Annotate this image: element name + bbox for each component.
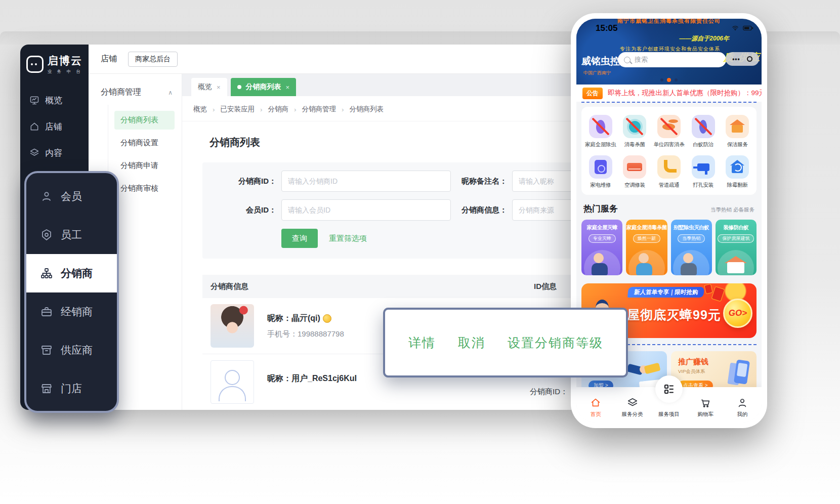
- sidebar-item-label: 员工: [61, 228, 82, 242]
- service-label: 保洁服务: [727, 141, 748, 148]
- service-item[interactable]: 消毒杀菌: [618, 115, 652, 148]
- backstage-button[interactable]: 商家总后台: [128, 52, 178, 67]
- house-illustration: [716, 249, 757, 275]
- tab-distributor-list[interactable]: 分销商列表 ×: [231, 78, 297, 96]
- service-item[interactable]: 单位四害消杀: [652, 115, 686, 148]
- service-item[interactable]: 家庭全屋除虫: [583, 115, 618, 148]
- sidebar-item-label: 店铺: [45, 121, 62, 133]
- since-text: ——源自于2006年: [679, 34, 729, 43]
- sidebar-item-label: 分销商: [61, 266, 93, 280]
- hot-card-termite[interactable]: 装修防白蚁保护房屋建筑: [716, 220, 757, 275]
- sidebar-item-overview[interactable]: 概览: [20, 87, 89, 113]
- drill-icon: [692, 155, 715, 179]
- center-tab-circle[interactable]: [655, 375, 683, 403]
- brand-logo: 启博云 业 务 中 台: [20, 45, 89, 76]
- breadcrumb-item[interactable]: 已安装应用: [221, 105, 255, 114]
- tab-service-category[interactable]: 服务分类: [616, 390, 649, 418]
- tab-overview[interactable]: 概览 ×: [191, 78, 227, 96]
- active-dot-icon: [237, 85, 241, 89]
- sidebar-item-members[interactable]: 会员: [26, 177, 117, 216]
- member-id-input[interactable]: [281, 199, 451, 221]
- wifi-icon: [731, 24, 739, 31]
- service-item[interactable]: 白蚁防治: [686, 115, 721, 148]
- table-header: 分销商信息 ID信息: [202, 275, 573, 298]
- reset-filters-link[interactable]: 重置筛选项: [329, 234, 367, 243]
- hot-card-villa[interactable]: 别墅除虫灭白蚁当季热销: [671, 220, 712, 275]
- service-item[interactable]: 空调修装: [618, 155, 652, 189]
- breadcrumb-item[interactable]: 分销商列表: [350, 105, 384, 114]
- tab-home[interactable]: 首页: [579, 390, 612, 418]
- capsule-circle-icon[interactable]: [747, 56, 752, 62]
- close-icon[interactable]: ×: [286, 83, 290, 91]
- breadcrumb-item[interactable]: 分销商: [268, 105, 289, 114]
- sidebar-item-label: 内容: [45, 147, 62, 159]
- person-icon: [40, 190, 53, 202]
- collapse-caret-icon[interactable]: ∧: [168, 89, 173, 96]
- service-item[interactable]: 打孔安装: [686, 155, 721, 189]
- service-label: 单位四害消杀: [653, 141, 684, 148]
- announcement-bar[interactable]: 公告 即将上线，现推出新人首单优惠（限时抢购）：99元: [576, 85, 762, 102]
- sitemap-icon: [40, 267, 53, 279]
- red-packet-icon: [711, 286, 725, 302]
- sidebar-item-staff[interactable]: 员工: [26, 216, 117, 254]
- location-text: 中国广西南宁: [583, 70, 611, 76]
- worker-illustration: [671, 249, 712, 275]
- sidebar-item-store[interactable]: 门店: [26, 369, 117, 408]
- breadcrumb-item[interactable]: 分销商管理: [302, 105, 337, 114]
- home-icon: [590, 397, 601, 408]
- status-icons: [731, 24, 753, 31]
- sidebar-item-label: 门店: [61, 382, 82, 396]
- sidebar-item-dealer[interactable]: 经销商: [26, 292, 117, 331]
- sidebar-item-label: 供应商: [61, 343, 93, 357]
- sidebar-item-supplier[interactable]: 供应商: [26, 331, 117, 369]
- hot-card-roach[interactable]: 家庭全屋灭蟑专业灭蟑: [581, 220, 622, 275]
- go-button[interactable]: GO>: [723, 299, 752, 328]
- worker-illustration: [626, 249, 667, 275]
- search-button[interactable]: 查询: [281, 229, 318, 248]
- tab-mine[interactable]: 我的: [726, 390, 759, 418]
- search-bar[interactable]: 搜索: [618, 52, 726, 67]
- hot-card-disinfect[interactable]: 家庭全屋消毒杀菌焕然一新: [626, 220, 667, 275]
- store-label: 店铺: [101, 54, 117, 64]
- detail-link[interactable]: 详情: [408, 334, 436, 351]
- close-icon[interactable]: ×: [217, 83, 221, 91]
- miniprogram-capsule[interactable]: •••: [726, 52, 759, 66]
- sidebar-item-label: 经销商: [61, 305, 93, 319]
- tab-label: 我的: [737, 411, 747, 418]
- card-badge: 焕然一新: [633, 234, 660, 243]
- member-id-label: 会员ID：: [233, 205, 276, 215]
- member-panel-highlight: 会员 员工 分销商 经销商 供应商 门店: [24, 171, 119, 413]
- search-icon: [624, 57, 631, 63]
- submenu-item-distributor-review[interactable]: 分销商审核: [114, 179, 175, 198]
- service-item[interactable]: 管道疏通: [652, 155, 686, 189]
- tab-label: 概览: [198, 82, 212, 92]
- breadcrumb-item[interactable]: 概览: [193, 105, 207, 114]
- aircon-icon: [623, 155, 646, 179]
- phone-illustration: [734, 359, 750, 384]
- service-item[interactable]: 家电维修: [583, 155, 618, 189]
- submenu-item-distributor-apply[interactable]: 分销商申请: [114, 156, 175, 175]
- sidebar-item-content[interactable]: 内容: [20, 140, 89, 166]
- service-item[interactable]: 保洁服务: [720, 115, 754, 148]
- more-dots-icon[interactable]: •••: [732, 56, 740, 62]
- hot-services-header: 热门服务 当季热销 必备服务: [583, 203, 754, 215]
- tab-label: 服务项目: [658, 411, 680, 418]
- submenu-title-row[interactable]: 分销商管理 ∧: [89, 74, 182, 105]
- service-label: 除霉翻新: [727, 182, 748, 189]
- cancel-link[interactable]: 取消: [458, 334, 485, 351]
- sidebar-item-shop[interactable]: 店铺: [20, 113, 89, 140]
- distributor-id-input[interactable]: [281, 171, 451, 192]
- tab-cart[interactable]: 购物车: [689, 390, 722, 418]
- set-distributor-level-link[interactable]: 设置分销商等级: [508, 334, 603, 351]
- phone-line: 手机号：19988887798: [267, 329, 344, 339]
- submenu-item-distributor-settings[interactable]: 分销商设置: [114, 134, 175, 152]
- distributor-id-label: 分销商ID：: [233, 177, 276, 186]
- sidebar-item-label: 会员: [61, 189, 82, 203]
- nickname-input[interactable]: [512, 171, 577, 192]
- bottom-tabbar: 首页 服务分类 服务项目 购物车 我的: [576, 387, 762, 423]
- sidebar-item-distributor[interactable]: 分销商: [26, 254, 117, 292]
- distributor-info-input[interactable]: [512, 199, 577, 221]
- submenu-item-distributor-list[interactable]: 分销商列表: [114, 111, 175, 130]
- service-item[interactable]: 除霉翻新: [720, 155, 754, 189]
- tab-service-items[interactable]: 服务项目: [653, 390, 685, 418]
